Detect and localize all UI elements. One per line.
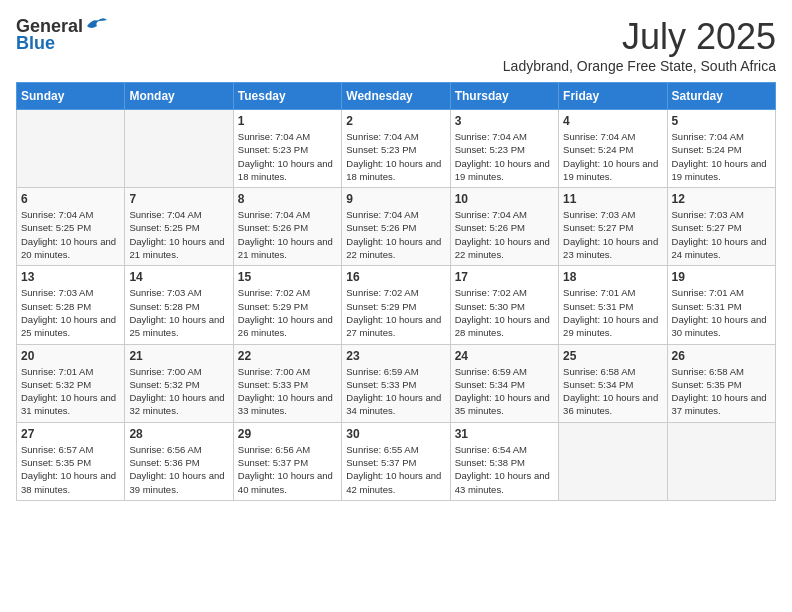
day-info: Sunrise: 7:02 AM Sunset: 5:29 PM Dayligh… xyxy=(238,286,337,339)
title-section: July 2025 Ladybrand, Orange Free State, … xyxy=(503,16,776,74)
day-info: Sunrise: 7:04 AM Sunset: 5:23 PM Dayligh… xyxy=(455,130,554,183)
calendar-week-row: 20Sunrise: 7:01 AM Sunset: 5:32 PM Dayli… xyxy=(17,344,776,422)
day-number: 17 xyxy=(455,270,554,284)
table-row: 10Sunrise: 7:04 AM Sunset: 5:26 PM Dayli… xyxy=(450,188,558,266)
day-number: 19 xyxy=(672,270,771,284)
table-row xyxy=(559,422,667,500)
day-number: 31 xyxy=(455,427,554,441)
table-row: 14Sunrise: 7:03 AM Sunset: 5:28 PM Dayli… xyxy=(125,266,233,344)
day-info: Sunrise: 7:01 AM Sunset: 5:31 PM Dayligh… xyxy=(563,286,662,339)
day-number: 21 xyxy=(129,349,228,363)
table-row: 12Sunrise: 7:03 AM Sunset: 5:27 PM Dayli… xyxy=(667,188,775,266)
logo-blue-text: Blue xyxy=(16,33,107,54)
day-number: 14 xyxy=(129,270,228,284)
day-number: 16 xyxy=(346,270,445,284)
table-row: 8Sunrise: 7:04 AM Sunset: 5:26 PM Daylig… xyxy=(233,188,341,266)
table-row: 3Sunrise: 7:04 AM Sunset: 5:23 PM Daylig… xyxy=(450,110,558,188)
day-info: Sunrise: 7:04 AM Sunset: 5:23 PM Dayligh… xyxy=(238,130,337,183)
day-number: 6 xyxy=(21,192,120,206)
day-info: Sunrise: 6:54 AM Sunset: 5:38 PM Dayligh… xyxy=(455,443,554,496)
calendar-week-row: 6Sunrise: 7:04 AM Sunset: 5:25 PM Daylig… xyxy=(17,188,776,266)
table-row: 16Sunrise: 7:02 AM Sunset: 5:29 PM Dayli… xyxy=(342,266,450,344)
day-number: 2 xyxy=(346,114,445,128)
day-number: 29 xyxy=(238,427,337,441)
table-row: 29Sunrise: 6:56 AM Sunset: 5:37 PM Dayli… xyxy=(233,422,341,500)
day-info: Sunrise: 7:04 AM Sunset: 5:26 PM Dayligh… xyxy=(455,208,554,261)
table-row: 15Sunrise: 7:02 AM Sunset: 5:29 PM Dayli… xyxy=(233,266,341,344)
day-number: 24 xyxy=(455,349,554,363)
page-header: General Blue July 2025 Ladybrand, Orange… xyxy=(16,16,776,74)
day-info: Sunrise: 6:57 AM Sunset: 5:35 PM Dayligh… xyxy=(21,443,120,496)
day-number: 28 xyxy=(129,427,228,441)
logo-bird-icon xyxy=(85,16,107,34)
col-tuesday: Tuesday xyxy=(233,83,341,110)
col-friday: Friday xyxy=(559,83,667,110)
calendar-header-row: Sunday Monday Tuesday Wednesday Thursday… xyxy=(17,83,776,110)
col-monday: Monday xyxy=(125,83,233,110)
day-info: Sunrise: 7:02 AM Sunset: 5:30 PM Dayligh… xyxy=(455,286,554,339)
month-title: July 2025 xyxy=(503,16,776,58)
day-number: 12 xyxy=(672,192,771,206)
day-info: Sunrise: 6:59 AM Sunset: 5:33 PM Dayligh… xyxy=(346,365,445,418)
day-info: Sunrise: 7:04 AM Sunset: 5:23 PM Dayligh… xyxy=(346,130,445,183)
calendar-week-row: 27Sunrise: 6:57 AM Sunset: 5:35 PM Dayli… xyxy=(17,422,776,500)
day-info: Sunrise: 7:03 AM Sunset: 5:28 PM Dayligh… xyxy=(129,286,228,339)
table-row: 4Sunrise: 7:04 AM Sunset: 5:24 PM Daylig… xyxy=(559,110,667,188)
table-row: 26Sunrise: 6:58 AM Sunset: 5:35 PM Dayli… xyxy=(667,344,775,422)
day-number: 4 xyxy=(563,114,662,128)
table-row: 20Sunrise: 7:01 AM Sunset: 5:32 PM Dayli… xyxy=(17,344,125,422)
day-info: Sunrise: 6:58 AM Sunset: 5:34 PM Dayligh… xyxy=(563,365,662,418)
table-row: 30Sunrise: 6:55 AM Sunset: 5:37 PM Dayli… xyxy=(342,422,450,500)
day-number: 13 xyxy=(21,270,120,284)
table-row: 7Sunrise: 7:04 AM Sunset: 5:25 PM Daylig… xyxy=(125,188,233,266)
calendar-week-row: 1Sunrise: 7:04 AM Sunset: 5:23 PM Daylig… xyxy=(17,110,776,188)
day-number: 20 xyxy=(21,349,120,363)
day-number: 26 xyxy=(672,349,771,363)
day-number: 15 xyxy=(238,270,337,284)
table-row xyxy=(667,422,775,500)
day-info: Sunrise: 7:03 AM Sunset: 5:27 PM Dayligh… xyxy=(672,208,771,261)
day-info: Sunrise: 6:55 AM Sunset: 5:37 PM Dayligh… xyxy=(346,443,445,496)
logo-words: General Blue xyxy=(16,16,107,54)
day-number: 3 xyxy=(455,114,554,128)
day-number: 10 xyxy=(455,192,554,206)
day-number: 5 xyxy=(672,114,771,128)
col-wednesday: Wednesday xyxy=(342,83,450,110)
calendar-table: Sunday Monday Tuesday Wednesday Thursday… xyxy=(16,82,776,501)
day-number: 18 xyxy=(563,270,662,284)
calendar-week-row: 13Sunrise: 7:03 AM Sunset: 5:28 PM Dayli… xyxy=(17,266,776,344)
logo: General Blue xyxy=(16,16,107,54)
table-row: 22Sunrise: 7:00 AM Sunset: 5:33 PM Dayli… xyxy=(233,344,341,422)
day-info: Sunrise: 7:01 AM Sunset: 5:31 PM Dayligh… xyxy=(672,286,771,339)
day-info: Sunrise: 7:04 AM Sunset: 5:25 PM Dayligh… xyxy=(129,208,228,261)
day-info: Sunrise: 7:04 AM Sunset: 5:26 PM Dayligh… xyxy=(346,208,445,261)
day-info: Sunrise: 7:04 AM Sunset: 5:24 PM Dayligh… xyxy=(672,130,771,183)
day-info: Sunrise: 7:00 AM Sunset: 5:33 PM Dayligh… xyxy=(238,365,337,418)
day-info: Sunrise: 7:04 AM Sunset: 5:24 PM Dayligh… xyxy=(563,130,662,183)
table-row: 28Sunrise: 6:56 AM Sunset: 5:36 PM Dayli… xyxy=(125,422,233,500)
table-row: 18Sunrise: 7:01 AM Sunset: 5:31 PM Dayli… xyxy=(559,266,667,344)
day-number: 8 xyxy=(238,192,337,206)
table-row: 11Sunrise: 7:03 AM Sunset: 5:27 PM Dayli… xyxy=(559,188,667,266)
table-row: 5Sunrise: 7:04 AM Sunset: 5:24 PM Daylig… xyxy=(667,110,775,188)
table-row: 6Sunrise: 7:04 AM Sunset: 5:25 PM Daylig… xyxy=(17,188,125,266)
day-number: 22 xyxy=(238,349,337,363)
day-info: Sunrise: 7:03 AM Sunset: 5:28 PM Dayligh… xyxy=(21,286,120,339)
day-number: 1 xyxy=(238,114,337,128)
table-row: 13Sunrise: 7:03 AM Sunset: 5:28 PM Dayli… xyxy=(17,266,125,344)
col-sunday: Sunday xyxy=(17,83,125,110)
table-row: 27Sunrise: 6:57 AM Sunset: 5:35 PM Dayli… xyxy=(17,422,125,500)
table-row: 31Sunrise: 6:54 AM Sunset: 5:38 PM Dayli… xyxy=(450,422,558,500)
day-number: 11 xyxy=(563,192,662,206)
table-row: 2Sunrise: 7:04 AM Sunset: 5:23 PM Daylig… xyxy=(342,110,450,188)
table-row xyxy=(17,110,125,188)
day-info: Sunrise: 6:58 AM Sunset: 5:35 PM Dayligh… xyxy=(672,365,771,418)
day-number: 23 xyxy=(346,349,445,363)
day-info: Sunrise: 7:03 AM Sunset: 5:27 PM Dayligh… xyxy=(563,208,662,261)
table-row: 25Sunrise: 6:58 AM Sunset: 5:34 PM Dayli… xyxy=(559,344,667,422)
day-info: Sunrise: 7:00 AM Sunset: 5:32 PM Dayligh… xyxy=(129,365,228,418)
location-title: Ladybrand, Orange Free State, South Afri… xyxy=(503,58,776,74)
day-number: 9 xyxy=(346,192,445,206)
day-info: Sunrise: 6:56 AM Sunset: 5:37 PM Dayligh… xyxy=(238,443,337,496)
table-row: 17Sunrise: 7:02 AM Sunset: 5:30 PM Dayli… xyxy=(450,266,558,344)
